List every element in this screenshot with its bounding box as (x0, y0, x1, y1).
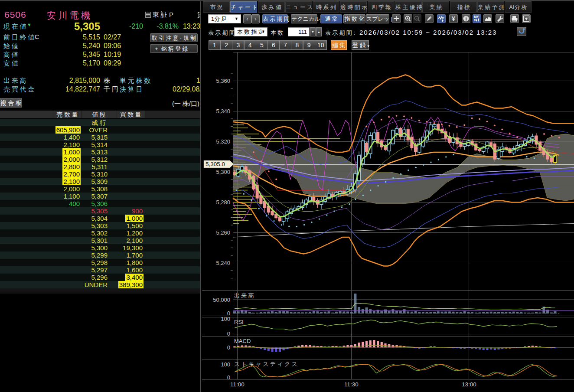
svg-text:0: 0 (227, 330, 230, 337)
svg-text:11:00: 11:00 (230, 381, 245, 388)
svg-text:100: 100 (221, 361, 230, 368)
svg-text:MY: MY (474, 15, 479, 19)
svg-text:0: 0 (227, 344, 230, 351)
svg-text:5,305.0: 5,305.0 (205, 161, 225, 167)
svg-text:¥: ¥ (452, 15, 455, 22)
svg-text:5,260: 5,260 (216, 229, 230, 236)
svg-text:50,000: 50,000 (213, 297, 230, 303)
svg-text:5,320: 5,320 (216, 138, 230, 145)
svg-text:13:00: 13:00 (462, 381, 476, 388)
svg-text:5,280: 5,280 (216, 199, 230, 206)
svg-text:5,360: 5,360 (216, 78, 230, 84)
svg-text:5,300: 5,300 (216, 169, 230, 175)
svg-text:100: 100 (221, 316, 230, 322)
svg-text:5,240: 5,240 (216, 260, 230, 266)
svg-text:11:30: 11:30 (344, 381, 359, 388)
svg-text:0: 0 (227, 374, 230, 381)
svg-text:5,340: 5,340 (216, 108, 230, 114)
